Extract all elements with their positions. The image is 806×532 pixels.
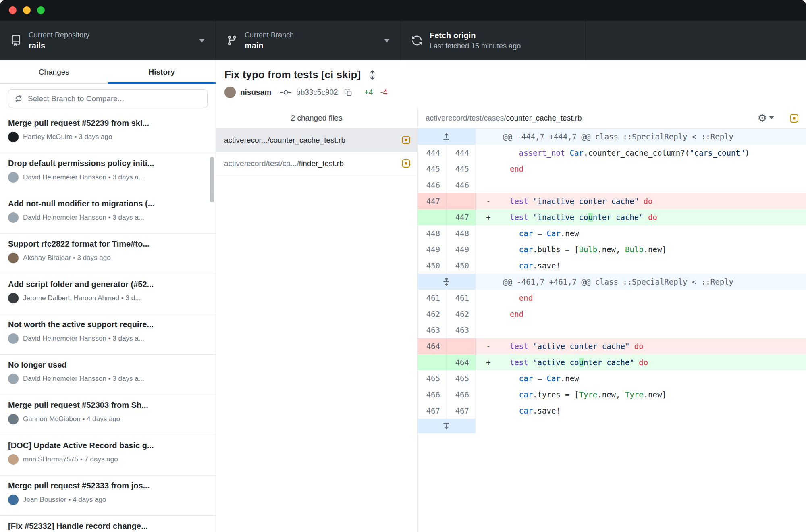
code-token: .new, [597, 390, 625, 399]
diff-file-path: activerecord/test/cases/counter_cache_te… [426, 114, 758, 123]
scrollbar-thumb[interactable] [210, 157, 214, 202]
code-token: car [519, 390, 533, 399]
hunk-header-text: @@ -461,7 +461,7 @@ class ::SpecialReply… [476, 274, 806, 290]
diff-line-marker: + [476, 358, 501, 367]
fetch-origin-button[interactable]: Fetch origin Last fetched 15 minutes ago [401, 21, 586, 60]
diff-code-line: - test "active conter cache" do [476, 338, 806, 354]
old-line-number: 466 [418, 387, 447, 403]
commit-list-item[interactable]: Not worth the active support require...D… [0, 314, 216, 355]
commit-list-item[interactable]: Merge pull request #52239 from ski...Har… [0, 113, 216, 153]
expand-down-button[interactable] [418, 419, 476, 433]
code-token: car [519, 245, 533, 254]
diff-line-ctx: 461461 end [418, 290, 806, 306]
commit-list-item[interactable]: Drop default permissions policy initi...… [0, 153, 216, 193]
commit-item-meta: Jerome Dalbert, Haroon Ahmed • 3 d... [8, 293, 208, 303]
branch-name: main [245, 41, 390, 50]
diff-line-ctx: 448448 car = Car.new [418, 225, 806, 241]
chevron-down-icon [769, 116, 774, 120]
diff-line-marker: - [476, 197, 501, 206]
new-line-number: 465 [447, 370, 476, 387]
new-line-number [447, 338, 476, 354]
commit-item-byline: Jerome Dalbert, Haroon Ahmed • 3 d... [23, 294, 141, 302]
code-token: test [510, 342, 528, 351]
code-token: "cars_count" [690, 148, 745, 157]
code-token: end [510, 310, 523, 318]
code-token [629, 342, 634, 351]
zoom-button[interactable] [37, 6, 45, 14]
diff-file-header: activerecord/test/cases/counter_cache_te… [418, 108, 806, 129]
minimize-button[interactable] [23, 6, 31, 14]
modified-icon [401, 159, 411, 168]
diff-code-line [476, 322, 806, 338]
commit-list-item[interactable]: [DOC] Update Active Record basic g...man… [0, 435, 216, 476]
file-row[interactable]: activerecord/test/ca.../finder_test.rb [216, 152, 417, 175]
avatar [8, 495, 19, 505]
code-token: ) [745, 148, 749, 157]
diff-options-button[interactable]: ⚙ [758, 113, 774, 123]
commit-item-byline: David Heinemeier Hansson • 3 days a... [23, 173, 144, 181]
commit-item-title: [DOC] Update Active Record basic g... [8, 441, 208, 450]
fetch-origin-label: Fetch origin [430, 31, 575, 40]
diff-line-ctx: 444444 assert_not Car.counter_cache_colu… [418, 145, 806, 161]
code-token: u [588, 213, 592, 222]
expand-hunk-both-button[interactable] [418, 274, 476, 290]
tab-history[interactable]: History [108, 60, 216, 83]
expand-commit-details-button[interactable] [367, 70, 378, 80]
compare-branch-input[interactable] [8, 89, 208, 108]
avatar [8, 132, 19, 142]
commit-item-meta: Hartley McGuire • 3 days ago [8, 132, 208, 142]
code-token: u [579, 358, 584, 367]
code-tokens: car = Car.new [501, 374, 579, 383]
modified-icon [789, 114, 799, 123]
sidebar-tabs: Changes History [0, 60, 216, 84]
repository-name: rails [29, 41, 205, 50]
code-token: .counter_cache_column?( [584, 148, 690, 157]
changed-files-list: activerecor.../counter_cache_test.rbacti… [216, 129, 417, 175]
code-token: .new, [597, 245, 625, 254]
old-line-number: 467 [418, 403, 447, 419]
code-token: .tyres = [ [533, 390, 579, 399]
tab-changes[interactable]: Changes [0, 60, 108, 83]
repository-selector[interactable]: Current Repository rails [0, 21, 216, 60]
diff-file-dir: activerecord/test/cases/ [426, 114, 506, 122]
old-line-number: 462 [418, 306, 447, 322]
fetch-origin-text: Fetch origin Last fetched 15 minutes ago [430, 31, 575, 50]
commit-detail-view: Fix typo from tests [ci skip] nisusam bb… [216, 60, 806, 532]
commit-item-title: Not worth the active support require... [8, 320, 208, 329]
file-row[interactable]: activerecor.../counter_cache_test.rb [216, 129, 417, 152]
old-line-number: 449 [418, 241, 447, 258]
branch-selector-text: Current Branch main [245, 31, 390, 50]
additions-count: +4 [364, 88, 373, 97]
close-button[interactable] [9, 6, 17, 14]
commit-list-item[interactable]: Add script folder and generator (#52...J… [0, 274, 216, 314]
diff-line-add: 464+ test "active counter cache" do [418, 354, 806, 370]
commit-list-item[interactable]: No longer usedDavid Heinemeier Hansson •… [0, 355, 216, 395]
commit-list-item[interactable]: Merge pull request #52333 from jos...Jea… [0, 476, 216, 516]
commit-list-item[interactable]: Support rfc2822 format for Time#to...Aks… [0, 234, 216, 274]
branch-selector[interactable]: Current Branch main [216, 21, 401, 60]
commit-list-item[interactable]: Merge pull request #52303 from Sh...Gann… [0, 395, 216, 435]
old-line-number: 464 [418, 338, 447, 354]
diff-body: @@ -444,7 +444,7 @@ class ::SpecialReply… [418, 129, 806, 532]
code-tokens: car.bulbs = [Bulb.new, Bulb.new] [501, 245, 667, 254]
app-window: Current Repository rails Current Branch … [0, 0, 806, 532]
code-token: .save! [533, 406, 561, 415]
commit-list-item[interactable]: Add not-null modifier to migrations (...… [0, 193, 216, 234]
code-token [501, 213, 510, 222]
old-line-number: 446 [418, 177, 447, 193]
code-token: nter cache" [584, 358, 634, 367]
changed-files-header: 2 changed files [216, 108, 417, 129]
code-tokens: test "inactive counter cache" do [501, 213, 657, 222]
commit-item-title: No longer used [8, 360, 208, 370]
expand-hunk-up-button[interactable] [418, 129, 476, 145]
copy-sha-button[interactable] [344, 88, 353, 97]
compare-branch-bar [0, 84, 216, 113]
code-token [501, 342, 510, 351]
old-line-number [418, 354, 447, 370]
code-token [501, 358, 510, 367]
code-token: Car [546, 374, 560, 383]
diff-hunk-row: @@ -444,7 +444,7 @@ class ::SpecialReply… [418, 129, 806, 145]
commit-list-item[interactable]: [Fix #52332] Handle record change... [0, 516, 216, 532]
code-token: Tyre [579, 390, 597, 399]
repository-label: Current Repository [29, 31, 205, 39]
